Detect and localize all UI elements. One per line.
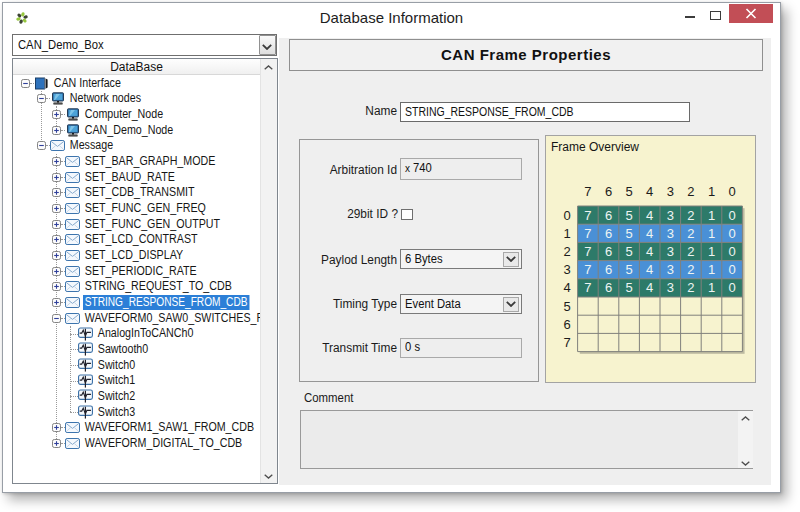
svg-text:7: 7 bbox=[584, 184, 591, 199]
svg-text:5: 5 bbox=[625, 226, 632, 241]
svg-text:0: 0 bbox=[728, 262, 735, 277]
svg-text:5: 5 bbox=[625, 244, 632, 259]
svg-text:6: 6 bbox=[563, 317, 570, 332]
svg-text:5: 5 bbox=[563, 299, 570, 314]
svg-text:0: 0 bbox=[728, 280, 735, 295]
svg-text:4: 4 bbox=[646, 226, 653, 241]
svg-text:2: 2 bbox=[687, 280, 694, 295]
svg-text:4: 4 bbox=[646, 280, 653, 295]
svg-text:3: 3 bbox=[667, 244, 674, 259]
svg-text:3: 3 bbox=[667, 226, 674, 241]
svg-text:6: 6 bbox=[605, 280, 612, 295]
svg-text:3: 3 bbox=[667, 208, 674, 223]
svg-text:5: 5 bbox=[625, 208, 632, 223]
svg-text:2: 2 bbox=[563, 244, 570, 259]
svg-text:7: 7 bbox=[584, 280, 591, 295]
svg-text:4: 4 bbox=[646, 262, 653, 277]
svg-text:4: 4 bbox=[646, 244, 653, 259]
svg-text:3: 3 bbox=[667, 184, 674, 199]
svg-text:0: 0 bbox=[728, 244, 735, 259]
svg-text:6: 6 bbox=[605, 244, 612, 259]
svg-text:7: 7 bbox=[584, 262, 591, 277]
svg-text:1: 1 bbox=[708, 244, 715, 259]
svg-text:1: 1 bbox=[708, 208, 715, 223]
svg-text:4: 4 bbox=[563, 280, 570, 295]
svg-text:2: 2 bbox=[687, 244, 694, 259]
svg-text:1: 1 bbox=[708, 262, 715, 277]
svg-text:5: 5 bbox=[625, 184, 632, 199]
svg-text:1: 1 bbox=[708, 184, 715, 199]
svg-text:7: 7 bbox=[584, 244, 591, 259]
svg-text:6: 6 bbox=[605, 184, 612, 199]
svg-text:5: 5 bbox=[625, 280, 632, 295]
svg-text:6: 6 bbox=[605, 208, 612, 223]
svg-text:2: 2 bbox=[687, 208, 694, 223]
svg-text:0: 0 bbox=[728, 208, 735, 223]
svg-text:6: 6 bbox=[605, 262, 612, 277]
svg-text:0: 0 bbox=[728, 184, 735, 199]
svg-text:3: 3 bbox=[563, 262, 570, 277]
svg-text:3: 3 bbox=[667, 280, 674, 295]
svg-text:0: 0 bbox=[728, 226, 735, 241]
svg-text:1: 1 bbox=[708, 280, 715, 295]
svg-text:4: 4 bbox=[646, 184, 653, 199]
svg-text:7: 7 bbox=[563, 335, 570, 350]
svg-text:7: 7 bbox=[584, 226, 591, 241]
svg-text:3: 3 bbox=[667, 262, 674, 277]
svg-text:2: 2 bbox=[687, 226, 694, 241]
svg-text:4: 4 bbox=[646, 208, 653, 223]
svg-text:1: 1 bbox=[563, 226, 570, 241]
svg-text:7: 7 bbox=[584, 208, 591, 223]
svg-text:1: 1 bbox=[708, 226, 715, 241]
svg-text:6: 6 bbox=[605, 226, 612, 241]
svg-text:2: 2 bbox=[687, 262, 694, 277]
svg-text:5: 5 bbox=[625, 262, 632, 277]
svg-text:0: 0 bbox=[563, 208, 570, 223]
svg-text:2: 2 bbox=[687, 184, 694, 199]
